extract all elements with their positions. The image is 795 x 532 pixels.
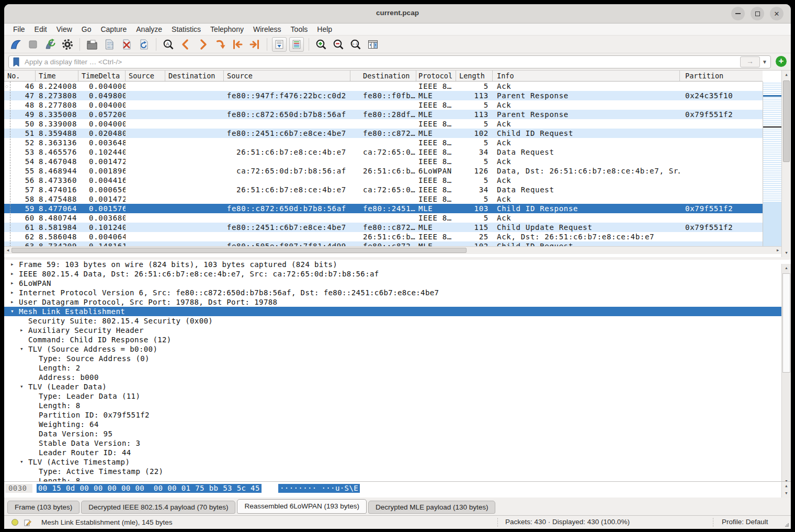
detail-line[interactable]: Leader Router ID: 44 [4, 448, 791, 457]
menu-item[interactable]: View [52, 24, 77, 35]
add-filter-button[interactable]: + [776, 56, 787, 67]
display-filter-input[interactable]: Apply a display filter … <Ctrl-/> → ▼ [8, 55, 771, 68]
go-to-packet-button[interactable] [213, 37, 228, 52]
menu-item[interactable]: Analyze [131, 24, 167, 35]
packet-row[interactable]: 49 8.335008 0.057200 fe80::c872:650d:b7b… [4, 110, 763, 119]
zoom-out-button[interactable] [331, 37, 346, 52]
detail-line[interactable]: ▾ TLV (Leader Data) [4, 382, 791, 391]
apply-filter-button[interactable]: → [740, 56, 760, 67]
close-button[interactable]: ✕ [770, 7, 783, 20]
menu-item[interactable]: Wireless [248, 24, 286, 35]
go-back-button[interactable] [178, 37, 193, 52]
bytes-tab[interactable]: Decrypted IEEE 802.15.4 payload (70 byte… [81, 501, 235, 514]
packet-row[interactable]: 56 8.473360 0.004416 IEEE 8… 5 Ack [4, 176, 763, 185]
packet-list-vertical-scrollbar[interactable]: ▲ ▼ [781, 71, 791, 257]
detail-line[interactable]: Partition ID: 0x79f551f2 [4, 410, 791, 420]
bytes-tab[interactable]: Frame (103 bytes) [7, 501, 80, 514]
capture-options-button[interactable] [60, 37, 75, 52]
packet-row[interactable]: ◆ 59 8.477064 0.001576 fe80::c872:650d:b… [4, 204, 763, 213]
go-forward-button[interactable] [196, 37, 210, 52]
resize-grip[interactable] [785, 523, 789, 527]
title-bar[interactable]: current.pcap ✕ [4, 4, 791, 24]
start-capture-button[interactable] [8, 37, 23, 52]
column-header[interactable]: TimeDelta [78, 71, 126, 81]
status-profile[interactable]: Profile: Default [722, 518, 768, 526]
reload-file-button[interactable] [137, 37, 151, 52]
menu-item[interactable]: Capture [96, 24, 131, 35]
menu-item[interactable]: Telephony [206, 24, 248, 35]
last-packet-button[interactable] [247, 37, 262, 52]
detail-line[interactable]: ▸ Frame 59: 103 bytes on wire (824 bits)… [4, 260, 791, 269]
detail-line[interactable]: Address: b000 [4, 373, 791, 382]
scroll-left-arrow[interactable]: ◀ [4, 247, 12, 254]
packet-row[interactable]: 62 8.586048 0.004064 26:51:c6:b… IEEE 8…… [4, 232, 763, 241]
packet-row[interactable]: 51 8.359488 0.020480 fe80::2451:c6b7:e8c… [4, 129, 763, 138]
expand-arrow-icon[interactable]: ▸ [20, 326, 27, 335]
packet-row[interactable]: 60 8.480744 0.003680 IEEE 8… 5 Ack [4, 213, 763, 223]
expand-arrow-icon[interactable]: ▾ [20, 382, 27, 391]
packet-row[interactable]: 53 8.465576 0.102440 26:51:c6:b7:e8:ce:4… [4, 147, 763, 157]
first-packet-button[interactable] [230, 37, 245, 52]
detail-line[interactable]: ▾ TLV (Source Address = b0:00) [4, 344, 791, 354]
colorize-button[interactable] [289, 37, 304, 52]
column-header[interactable]: Source [126, 71, 165, 81]
detail-line[interactable]: Stable Data Version: 3 [4, 438, 791, 448]
scrollbar-thumb[interactable] [783, 80, 790, 162]
menu-item[interactable]: File [8, 24, 30, 35]
details-vertical-scrollbar[interactable]: ▲ ▼ [781, 264, 791, 485]
menu-item[interactable]: Help [312, 24, 337, 35]
hex-ascii-selected[interactable]: ········ ···u·S\E [278, 484, 360, 493]
capture-comment-icon[interactable] [24, 518, 32, 527]
column-header[interactable]: Time [36, 71, 78, 81]
packet-row[interactable]: ◆ 55 8.468944 0.001896 ca:72:65:0d:b7:b8… [4, 166, 763, 176]
close-file-button[interactable] [119, 37, 134, 52]
detail-line[interactable]: ▸ IEEE 802.15.4 Data, Dst: 26:51:c6:b7:e… [4, 269, 791, 279]
bookmark-icon[interactable] [11, 56, 21, 68]
open-file-button[interactable] [85, 37, 99, 52]
detail-line[interactable]: ▸ User Datagram Protocol, Src Port: 1978… [4, 297, 791, 307]
auto-scroll-button[interactable] [272, 37, 287, 52]
packet-row[interactable]: 58 8.475488 0.001472 IEEE 8… 5 Ack [4, 194, 763, 204]
minimize-button[interactable] [731, 7, 745, 20]
save-file-button[interactable]: 010101100011 [102, 37, 117, 52]
scroll-right-arrow[interactable]: ▶ [774, 247, 781, 254]
packet-row[interactable]: 46 8.224008 0.004000 IEEE 8… 5 Ack [4, 82, 763, 91]
scroll-down-arrow[interactable]: ▼ [782, 489, 791, 498]
bytes-tab[interactable]: Reassembled 6LoWPAN (193 bytes) [237, 499, 367, 514]
packet-row[interactable]: 52 8.363136 0.003648 IEEE 8… 5 Ack [4, 138, 763, 147]
column-header[interactable]: Protocol [416, 71, 456, 81]
intelligent-scrollbar-minimap[interactable] [763, 82, 781, 249]
column-header[interactable]: Destination [350, 71, 416, 81]
zoom-original-button[interactable]: 1:1 [348, 37, 363, 52]
find-packet-button[interactable]: A [161, 37, 176, 52]
detail-line[interactable]: Type: Active Timestamp (22) [4, 467, 791, 476]
bytes-tab[interactable]: Decrypted MLE payload (130 bytes) [368, 501, 495, 514]
scrollbar-thumb[interactable] [782, 273, 790, 373]
expand-arrow-icon[interactable]: ▸ [10, 288, 18, 297]
column-header[interactable]: Source [224, 71, 350, 81]
detail-line[interactable]: ▸ 6LoWPAN [4, 279, 791, 288]
column-header[interactable]: Length [456, 71, 493, 81]
detail-line[interactable]: ▾ Mesh Link Establishment [4, 307, 791, 316]
expand-arrow-icon[interactable]: ▸ [10, 279, 18, 288]
scroll-down-arrow[interactable]: ▼ [782, 249, 791, 257]
column-header[interactable]: Destination [165, 71, 224, 81]
scroll-up-arrow[interactable]: ▲ [782, 264, 791, 272]
menu-item[interactable]: Tools [286, 24, 313, 35]
detail-line[interactable]: ▸ Internet Protocol Version 6, Src: fe80… [4, 288, 791, 297]
expand-arrow-icon[interactable]: ▸ [10, 269, 18, 279]
menu-item[interactable]: Go [77, 24, 96, 35]
resize-columns-button[interactable] [366, 37, 380, 52]
column-header[interactable]: No. [4, 71, 36, 81]
scrollbar-thumb[interactable] [12, 248, 467, 253]
detail-line[interactable]: Type: Leader Data (11) [4, 391, 791, 401]
packet-row[interactable]: 54 8.467048 0.001472 IEEE 8… 5 Ack [4, 157, 763, 166]
packet-row[interactable]: 48 8.277808 0.004000 IEEE 8… 5 Ack [4, 100, 763, 110]
expand-arrow-icon[interactable]: ▾ [10, 307, 18, 316]
hex-bytes-selected[interactable]: 00 15 0d 00 00 00 00 00 00 00 01 75 bb 5… [37, 484, 262, 493]
detail-line[interactable]: Command: Child ID Response (12) [4, 335, 791, 344]
stop-capture-button[interactable] [26, 37, 40, 52]
detail-line[interactable]: Security Suite: 802.15.4 Security (0x00) [4, 316, 791, 326]
zoom-in-button[interactable] [314, 37, 328, 52]
detail-line[interactable]: Length: 8 [4, 401, 791, 410]
